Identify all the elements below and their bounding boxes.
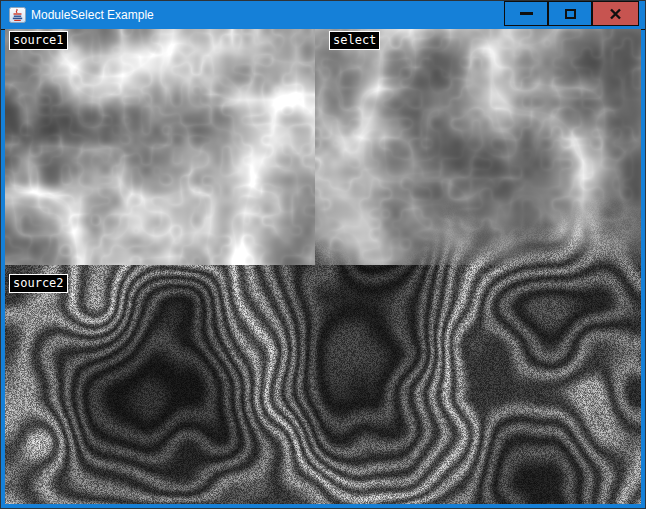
- java-coffee-cup-icon: [9, 7, 26, 23]
- close-button[interactable]: [592, 1, 639, 26]
- window-title: ModuleSelect Example: [31, 1, 154, 29]
- source1-image: [5, 29, 315, 265]
- minimize-button[interactable]: [504, 1, 548, 26]
- maximize-icon: [565, 9, 576, 19]
- app-window: ModuleSelect Example source1 select sour…: [0, 0, 646, 509]
- maximize-button[interactable]: [548, 1, 592, 26]
- window-controls: [504, 1, 639, 26]
- select-label: select: [329, 31, 380, 50]
- titlebar[interactable]: ModuleSelect Example: [1, 1, 645, 30]
- close-icon: [609, 8, 622, 20]
- source1-label: source1: [9, 31, 68, 50]
- render-viewport: source1 select source2: [5, 29, 641, 504]
- minimize-icon: [520, 12, 533, 15]
- source2-image: [5, 265, 641, 504]
- source2-label: source2: [9, 274, 68, 293]
